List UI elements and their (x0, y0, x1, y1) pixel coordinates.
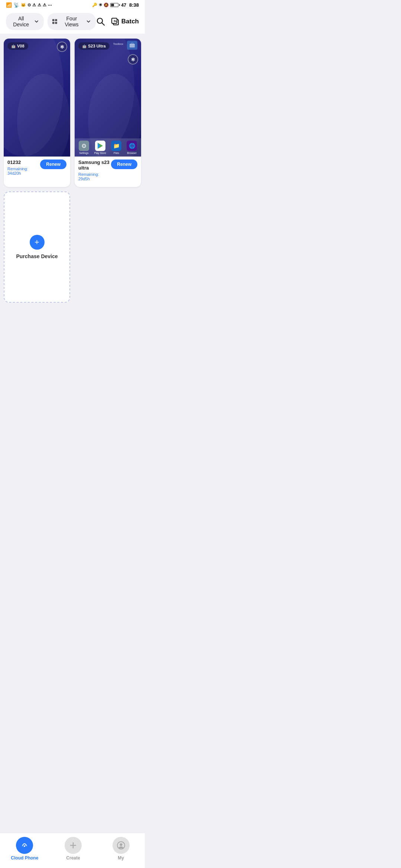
purchase-label: Purchase Device (16, 253, 58, 259)
renew-button-2[interactable]: Renew (111, 160, 137, 169)
taskbar: ⚙ Settings Play Store (75, 138, 141, 157)
device-screen-label-2: S23 Ultra (88, 44, 106, 48)
batch-button[interactable]: Batch (111, 17, 139, 26)
gear-icon-1 (59, 44, 65, 49)
grid-icon (52, 19, 58, 24)
status-right-icons: 🔑 ✳ 🔕 47 8:38 (92, 2, 139, 8)
battery-icon (110, 3, 120, 7)
toolbox-icon (129, 43, 135, 48)
bell-off-icon: 🔕 (104, 3, 109, 7)
header-left: All Device Four Views (6, 13, 96, 30)
remaining-1: Remaining: 34d20h (7, 167, 40, 175)
purchase-card[interactable]: + Purchase Device (4, 191, 70, 303)
device-grid: 🤖 V08 01232 Remaining: 34d20h Renew (0, 34, 145, 307)
settings-label: Settings (79, 152, 88, 154)
signal-icon: 📶 (6, 2, 12, 8)
files-app-icon: 📁 (111, 141, 121, 151)
gear-icon-2 (130, 57, 136, 62)
status-bar: 📶 📡 🐱 ⊙ ⚠ ⚠ ⚠ ··· 🔑 ✳ 🔕 47 8:38 (0, 0, 145, 9)
android-icon-1: 🤖 (11, 44, 16, 48)
playstore-app-icon (95, 141, 105, 151)
warning-icon-3: ⚠ (43, 3, 46, 7)
settings-gear-1[interactable] (57, 42, 67, 52)
browser-app-icon: 🌐 (127, 141, 137, 151)
bluetooth-icon: ✳ (99, 3, 102, 7)
search-icon (96, 17, 105, 26)
settings-app-icon: ⚙ (79, 141, 89, 151)
all-device-label: All Device (10, 16, 32, 27)
svg-rect-6 (112, 18, 117, 23)
svg-rect-2 (52, 22, 55, 24)
device-label-1: 🤖 V08 (7, 42, 28, 50)
device-card-1[interactable]: 🤖 V08 01232 Remaining: 34d20h Renew (4, 39, 70, 187)
cat-icon: 🐱 (21, 3, 26, 7)
taskbar-settings[interactable]: ⚙ Settings (79, 141, 89, 154)
four-views-label: Four Views (60, 16, 84, 27)
search-button[interactable] (96, 17, 105, 26)
four-views-dropdown[interactable]: Four Views (48, 13, 96, 30)
chevron-down-icon (34, 19, 39, 24)
device-screen-label-1: V08 (17, 44, 25, 48)
warning-icon-2: ⚠ (38, 3, 41, 7)
toolbox-label: Toolbox (113, 42, 123, 46)
header-right: Batch (96, 17, 139, 26)
browser-label: Browser (127, 152, 137, 154)
playstore-label: Play Store (94, 152, 106, 154)
status-left-icons: 📶 📡 🐱 ⊙ ⚠ ⚠ ⚠ ··· (6, 2, 52, 8)
warning-icon-1: ⚠ (32, 3, 36, 7)
device-name-2: Samsung s23 ultra (78, 160, 111, 171)
all-device-dropdown[interactable]: All Device (6, 13, 44, 30)
device-screen-1[interactable]: 🤖 V08 (4, 39, 70, 157)
wifi-icon: 📡 (13, 2, 19, 8)
device-screen-2[interactable]: 🤖 S23 Ultra Toolbox (75, 39, 141, 157)
svg-rect-0 (52, 19, 55, 22)
purchase-plus-icon: + (30, 235, 45, 250)
device-label-2: 🤖 S23 Ultra (78, 42, 110, 50)
svg-rect-3 (55, 22, 57, 24)
svg-rect-1 (55, 19, 57, 22)
taskbar-files[interactable]: 📁 Files (111, 141, 121, 154)
device-name-1: 01232 (7, 160, 40, 165)
android-icon-2: 🤖 (82, 44, 87, 48)
key-icon: 🔑 (92, 3, 97, 7)
device-info-1: 01232 Remaining: 34d20h Renew (4, 157, 70, 181)
taskbar-browser[interactable]: 🌐 Browser (127, 141, 137, 154)
taskbar-playstore[interactable]: Play Store (94, 141, 106, 154)
battery-percent: 47 (121, 3, 126, 8)
svg-line-5 (102, 23, 104, 26)
more-icon: ··· (48, 2, 52, 8)
settings-gear-2[interactable] (128, 54, 138, 65)
playstore-triangle (97, 142, 104, 149)
renew-button-1[interactable]: Renew (40, 160, 66, 169)
chevron-down-icon-2 (86, 19, 91, 24)
time: 8:38 (129, 2, 139, 8)
device-card-2[interactable]: 🤖 S23 Ultra Toolbox (75, 39, 141, 187)
circle-icon: ⊙ (27, 3, 31, 7)
batch-label: Batch (121, 18, 139, 25)
batch-icon (111, 17, 120, 26)
files-label: Files (114, 152, 119, 154)
device-info-2: Samsung s23 ultra Remaining: 29d5h Renew (75, 157, 141, 187)
remaining-2: Remaining: 29d5h (78, 172, 111, 181)
header: All Device Four Views (0, 9, 145, 34)
toolbox-icon-area (127, 41, 137, 50)
